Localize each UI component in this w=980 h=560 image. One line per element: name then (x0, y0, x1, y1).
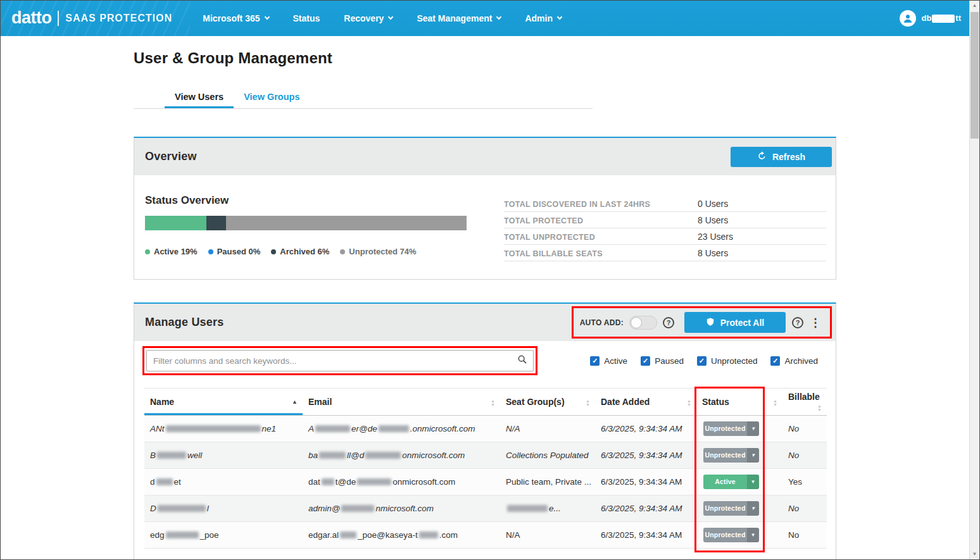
redacted-text (319, 452, 346, 459)
status-dropdown[interactable]: Unprotected▾ (703, 501, 759, 516)
totals-list: TOTAL DISCOVERED IN LAST 24HRS0 UsersTOT… (504, 196, 826, 261)
status-dropdown[interactable]: Unprotected▾ (703, 528, 759, 542)
chevron-down-icon: ▾ (747, 448, 759, 463)
stat-label: TOTAL BILLABLE SEATS (504, 249, 698, 258)
username: dbtt (921, 13, 961, 23)
filter-checkbox-active[interactable]: ✓Active (590, 356, 627, 366)
cell-seat-groups: Public team, Private ... (500, 469, 595, 495)
filter-checkbox-paused[interactable]: ✓Paused (641, 356, 684, 366)
auto-add-toggle[interactable] (629, 316, 657, 330)
redacted-text (158, 505, 206, 512)
cell-date-added: 6/3/2025, 9:34:34 AM (595, 522, 696, 549)
sort-ascending-icon[interactable]: ▲ (292, 399, 298, 405)
stat-row: TOTAL PROTECTED8 Users (504, 212, 826, 228)
cell-status: Unprotected▾ (696, 495, 782, 522)
cell-email: admin@nmicrosoft.com (303, 495, 500, 522)
column-header-billable[interactable]: Billable▲▼ (782, 389, 827, 416)
search-annotation-box (142, 346, 537, 375)
filter-checkbox-unprotected[interactable]: ✓Unprotected (697, 356, 758, 366)
vertical-scrollbar[interactable]: ▲ ▼ (969, 1, 979, 559)
table-row: detdatt@deonmicrosoft.comPublic team, Pr… (144, 469, 827, 495)
shield-icon (706, 317, 715, 328)
column-header-status[interactable]: Status▲▼ (696, 389, 782, 416)
cell-status: Unprotected▾ (696, 416, 782, 442)
overview-card: Overview Refresh Status Overview Active … (134, 137, 836, 280)
table-row: ANtne1Aer@de.onmicrosoft.comN/A6/3/2025,… (144, 416, 827, 442)
protect-all-button[interactable]: Protect All (684, 312, 786, 333)
redacted-text (379, 425, 409, 432)
checkbox-icon[interactable]: ✓ (770, 356, 780, 366)
stat-value: 8 Users (698, 215, 728, 225)
tab-view-users[interactable]: View Users (165, 87, 234, 108)
column-header-email[interactable]: Email▲▼ (303, 389, 500, 416)
nav-item-recovery[interactable]: Recovery (344, 13, 393, 23)
nav-item-status[interactable]: Status (293, 13, 320, 23)
sort-toggle-icon[interactable]: ▲▼ (687, 399, 691, 407)
column-header-name[interactable]: Name▲ (144, 389, 303, 416)
legend-item-paused: Paused 0% (208, 247, 261, 256)
scroll-up-arrow[interactable]: ▲ (970, 1, 979, 11)
legend-item-archived: Archived 6% (271, 247, 329, 256)
nav-item-microsoft-365[interactable]: Microsoft 365 (203, 13, 268, 23)
checkbox-icon[interactable]: ✓ (590, 356, 600, 366)
cell-name: Bwell (144, 442, 303, 469)
user-menu[interactable]: dbtt (900, 10, 961, 27)
cell-name: det (144, 469, 303, 495)
checkbox-icon[interactable]: ✓ (697, 356, 707, 366)
redacted-text (322, 478, 334, 485)
logo-product: SAAS PROTECTION (65, 13, 172, 24)
status-filter-checkboxes: ✓Active✓Paused✓Unprotected✓Archived (590, 356, 818, 366)
status-dropdown[interactable]: Unprotected▾ (703, 448, 759, 463)
stat-row: TOTAL UNPROTECTED23 Users (504, 228, 826, 245)
status-dropdown[interactable]: Unprotected▾ (703, 421, 759, 436)
users-table: Name▲Email▲▼Seat Group(s)▲▼Date Added▲▼S… (144, 388, 827, 549)
manage-users-header: Manage Users AUTO ADD: ? Protect All ? ⋮ (134, 304, 836, 341)
cell-seat-groups: N/A (500, 522, 595, 549)
refresh-button[interactable]: Refresh (731, 147, 832, 167)
status-dropdown[interactable]: Active▾ (703, 475, 759, 489)
redacted-text (507, 505, 548, 512)
user-avatar-icon (900, 10, 916, 27)
tab-view-groups[interactable]: View Groups (234, 87, 310, 108)
chevron-down-icon (557, 14, 562, 19)
cell-seat-groups: N/A (500, 416, 595, 442)
checkbox-icon[interactable]: ✓ (641, 356, 650, 366)
status-legend: Active 19%Paused 0%Archived 6%Unprotecte… (145, 247, 499, 256)
datto-logo: datto SAAS PROTECTION (11, 8, 172, 28)
search-icon[interactable] (517, 354, 527, 367)
cell-name: ANtne1 (144, 416, 303, 442)
column-header-seat-group-s-[interactable]: Seat Group(s)▲▼ (500, 389, 595, 416)
search-input[interactable] (146, 350, 534, 371)
legend-dot (340, 249, 345, 254)
nav-item-seat-management[interactable]: Seat Management (417, 13, 501, 23)
manage-controls-annotation-box: AUTO ADD: ? Protect All ? ⋮ (572, 306, 832, 339)
redacted-text (157, 452, 186, 459)
bar-segment-unprotected (226, 216, 467, 230)
overview-body: Status Overview Active 19%Paused 0%Archi… (134, 175, 836, 279)
scrollbar-thumb[interactable] (971, 12, 979, 139)
filter-row: ✓Active✓Paused✓Unprotected✓Archived (134, 341, 836, 382)
chevron-down-icon (264, 14, 269, 19)
sort-toggle-icon[interactable]: ▲▼ (773, 399, 777, 407)
chevron-down-icon (496, 14, 501, 19)
legend-dot (208, 249, 213, 254)
toggle-knob (631, 317, 642, 328)
nav-menu: Microsoft 365StatusRecoverySeat Manageme… (203, 13, 562, 23)
overview-title: Overview (145, 150, 197, 163)
filter-checkbox-archived[interactable]: ✓Archived (770, 356, 818, 366)
cell-email: ball@donmicrosoft.com (303, 442, 500, 469)
scroll-down-arrow[interactable]: ▼ (970, 549, 979, 559)
column-header-date-added[interactable]: Date Added▲▼ (595, 389, 696, 416)
cell-email: Aer@de.onmicrosoft.com (303, 416, 500, 442)
protect-all-help-icon[interactable]: ? (792, 317, 803, 328)
redacted-text (341, 505, 374, 512)
redacted-text (357, 478, 391, 485)
users-table-wrap: Name▲Email▲▼Seat Group(s)▲▼Date Added▲▼S… (144, 388, 826, 549)
nav-item-admin[interactable]: Admin (525, 13, 562, 23)
sort-toggle-icon[interactable]: ▲▼ (586, 399, 590, 407)
cell-billable: No (782, 495, 827, 522)
more-options-kebab-icon[interactable]: ⋮ (810, 316, 821, 330)
sort-toggle-icon[interactable]: ▲▼ (817, 404, 822, 412)
auto-add-help-icon[interactable]: ? (663, 317, 674, 328)
sort-toggle-icon[interactable]: ▲▼ (491, 399, 495, 407)
